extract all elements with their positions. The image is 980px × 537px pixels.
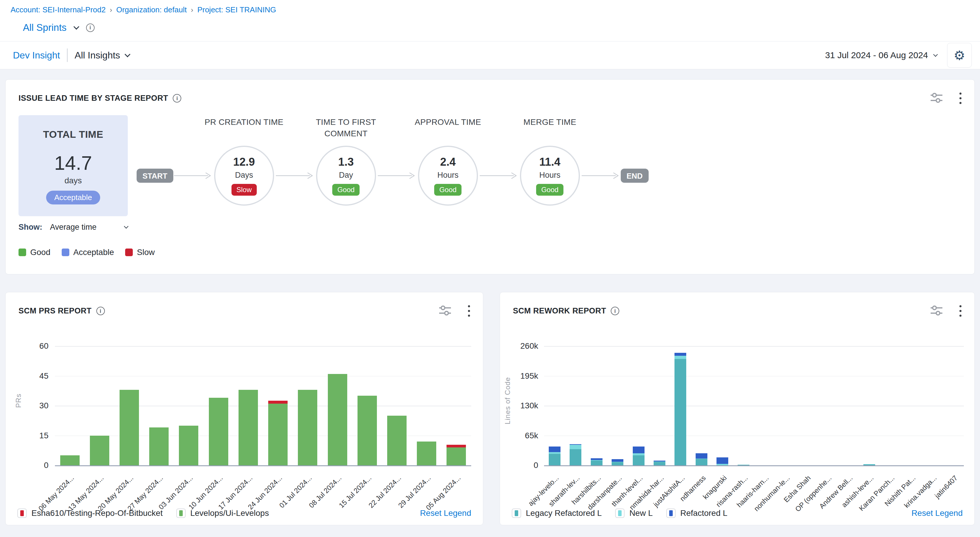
kebab-menu-icon[interactable]	[958, 91, 963, 105]
bar-ajay-levelo...[interactable]	[549, 446, 560, 466]
legend-item: Acceptable	[62, 248, 114, 257]
legend-item[interactable]: Levelops/Ui-Levelops	[176, 508, 269, 518]
bar-06 May 2024...[interactable]	[60, 455, 80, 466]
show-value: Average time	[50, 223, 97, 232]
sprint-selector-label[interactable]: All Sprints	[23, 22, 67, 33]
legend-label: Good	[30, 248, 51, 257]
show-dropdown[interactable]: Show: Average time	[19, 223, 128, 232]
filter-sliders-icon[interactable]	[439, 305, 452, 318]
legend-item[interactable]: Legacy Refactored L	[512, 508, 601, 518]
breadcrumb-item-organization[interactable]: Organization: default	[116, 5, 187, 14]
bar-10 Jun 2024...[interactable]	[209, 398, 228, 466]
reset-legend-link[interactable]: Reset Legend	[420, 508, 471, 518]
legend-item[interactable]: New L	[615, 508, 652, 518]
total-time-unit: days	[64, 176, 82, 185]
bar-01 Jul 2024...[interactable]	[298, 390, 317, 466]
gridline	[544, 346, 964, 346]
bar-segment	[863, 464, 875, 466]
bar-22 Jul 2024...[interactable]	[387, 416, 407, 466]
stage-status-badge: Slow	[231, 184, 257, 195]
bar-segment	[633, 455, 644, 466]
dashboard-content: ISSUE LEAD TIME BY STAGE REPORT i TOTAL …	[0, 69, 980, 525]
reset-legend-link[interactable]: Reset Legend	[912, 508, 963, 518]
y-tick-label: 260k	[500, 342, 538, 351]
bar-20 May 2024...[interactable]	[119, 390, 139, 466]
bar-segment	[570, 449, 581, 466]
stage-unit: Day	[339, 171, 353, 180]
legend-swatch	[666, 508, 676, 518]
stage-flow-diagram: STARTPR CREATION TIME12.9DaysSlowTIME TO…	[137, 116, 649, 206]
bar-nmahida-har...[interactable]	[654, 461, 665, 466]
bar-ashish-leve...[interactable]	[863, 464, 875, 466]
bar-ndharness[interactable]	[696, 453, 707, 466]
info-icon[interactable]: i	[611, 307, 619, 315]
stage-circle[interactable]: 2.4HoursGood	[418, 146, 478, 206]
bar-harshilbits...[interactable]	[591, 458, 603, 466]
stage-name: APPROVAL TIME	[406, 116, 491, 146]
date-range-picker[interactable]: 31 Jul 2024 - 06 Aug 2024	[825, 50, 937, 60]
insight-name-link[interactable]: Dev Insight	[13, 50, 60, 61]
chevron-down-icon[interactable]	[73, 24, 79, 30]
bar-segment	[591, 461, 603, 466]
stage-name: MERGE TIME	[508, 116, 592, 146]
chevron-down-icon	[124, 224, 129, 229]
bar-27 May 2024...[interactable]	[149, 427, 169, 466]
bar-darshanpate...[interactable]	[612, 459, 624, 466]
legend-item: Good	[19, 248, 51, 257]
stage-circle[interactable]: 12.9DaysSlow	[214, 146, 274, 206]
bar-segment	[696, 459, 707, 466]
legend-item[interactable]: Refactored L	[666, 508, 727, 518]
gridline	[55, 376, 471, 377]
sprint-selector[interactable]: All Sprints i	[23, 22, 980, 33]
bar-17 Jun 2024...[interactable]	[239, 390, 258, 466]
bar-sharath-lev...[interactable]	[570, 444, 581, 466]
info-icon[interactable]: i	[173, 94, 181, 103]
insights-dropdown[interactable]: All Insights	[75, 50, 130, 61]
stage-unit: Hours	[539, 171, 560, 180]
bar-05 Aug 2024...[interactable]	[447, 445, 466, 466]
bar-24 Jun 2024...[interactable]	[268, 401, 288, 466]
insight-header: Dev Insight All Insights 31 Jul 2024 - 0…	[0, 41, 980, 69]
bar-risana-rash...[interactable]	[738, 465, 749, 466]
bar-segment	[447, 445, 466, 447]
bar-13 May 2024...[interactable]	[90, 436, 109, 466]
kebab-menu-icon[interactable]	[958, 304, 963, 318]
bar-15 Jul 2024...[interactable]	[358, 396, 377, 466]
issue-lead-time-card: ISSUE LEAD TIME BY STAGE REPORT i TOTAL …	[5, 79, 975, 274]
breadcrumb-item-project[interactable]: Project: SEI TRAINING	[197, 5, 276, 14]
legend-label: New L	[629, 508, 652, 518]
legend-label: Legacy Refactored L	[526, 508, 601, 518]
legend-item[interactable]: Esha610/Testing-Repo-Of-Bitbucket	[18, 508, 163, 518]
bar-segment	[675, 353, 686, 356]
total-time-box: TOTAL TIME 14.7 days Acceptable	[19, 115, 128, 216]
y-tick-label: 195k	[500, 371, 538, 381]
gridline	[55, 346, 471, 346]
settings-button[interactable]: ⚙	[947, 43, 972, 68]
stage-value: 2.4	[440, 156, 456, 168]
gridline	[544, 436, 964, 436]
filter-sliders-icon[interactable]	[930, 92, 943, 105]
bar-08 Jul 2024...[interactable]	[328, 374, 347, 466]
bar-03 Jun 2024...[interactable]	[179, 426, 198, 466]
breadcrumb-item-account[interactable]: Account: SEI-Internal-Prod2	[11, 5, 106, 14]
legend-swatch	[62, 248, 69, 256]
info-icon[interactable]: i	[96, 307, 105, 315]
kebab-menu-icon[interactable]	[467, 304, 471, 318]
stage-circle[interactable]: 1.3DayGood	[316, 146, 376, 206]
stage-circle[interactable]: 11.4HoursGood	[520, 146, 580, 206]
bar-29 Jul 2024...[interactable]	[417, 442, 436, 466]
x-tick-label: nonhuman-le...	[752, 474, 791, 513]
gridline	[544, 376, 964, 377]
bar-segment	[716, 458, 728, 464]
bar-justAkshitA...[interactable]	[675, 353, 686, 466]
bar-segment	[90, 436, 109, 466]
filter-sliders-icon[interactable]	[930, 305, 943, 318]
bar-segment	[633, 446, 644, 453]
bar-segment	[716, 464, 728, 466]
stage-value: 1.3	[338, 156, 354, 168]
insights-dropdown-label: All Insights	[75, 50, 120, 61]
bar-thanh-level...[interactable]	[633, 446, 644, 466]
x-tick-label: OP (oppenhe...	[794, 474, 834, 513]
bar-knagurski[interactable]	[716, 458, 728, 466]
flow-arrow-icon	[581, 171, 621, 181]
